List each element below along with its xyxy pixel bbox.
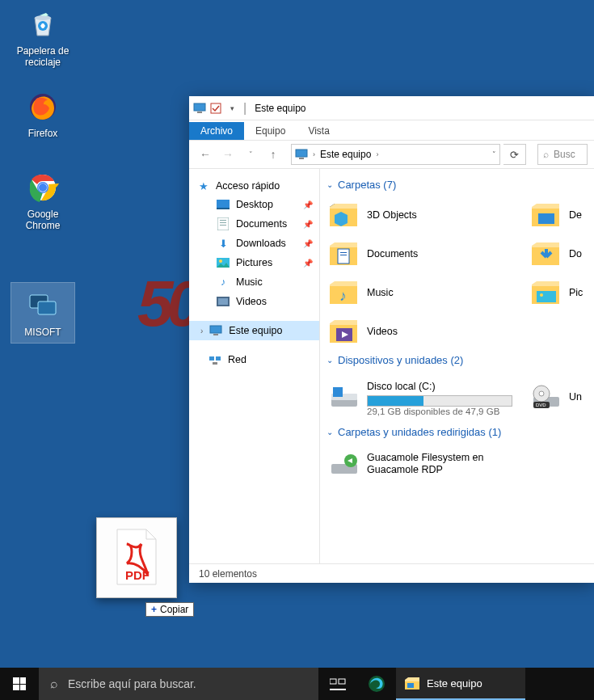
nav-item-downloads[interactable]: ⬇Downloads📌	[189, 234, 319, 253]
nav-network[interactable]: Red	[189, 350, 319, 369]
wallpaper-text: 50	[137, 267, 196, 341]
folder-icon: ♪	[328, 276, 360, 309]
pin-icon: 📌	[303, 259, 313, 268]
nav-up-button[interactable]: ↑	[263, 145, 283, 164]
svg-rect-29	[538, 213, 554, 224]
folder-3d-objects[interactable]: 3D Objects	[325, 196, 527, 234]
content-pane[interactable]: ⌄Carpetas (7) 3D Objects De Documents Do…	[320, 169, 594, 563]
svg-rect-50	[330, 689, 346, 690]
redirected-drive-guacamole[interactable]: Guacamole Filesystem en Guacamole RDP	[325, 443, 527, 485]
folder-label: Documents	[367, 248, 418, 259]
desktop-icon-label: Firefox	[11, 128, 74, 139]
nav-this-pc[interactable]: › Este equipo	[189, 321, 319, 340]
svg-rect-28	[213, 362, 217, 365]
desktop-icon-label: MISOFT	[11, 327, 74, 338]
ribbon-tabs: Archivo Equipo Vista	[189, 120, 594, 140]
ribbon-tab-file[interactable]: Archivo	[189, 122, 244, 140]
folder-music[interactable]: ♪Music	[325, 273, 527, 312]
drive-label: Guacamole Filesystem en Guacamole RDP	[367, 452, 524, 476]
nav-item-music[interactable]: ♪Music	[189, 272, 319, 292]
nav-recent-dropdown[interactable]: ˅	[241, 145, 260, 164]
taskbar-search[interactable]: ⌕ Escribe aquí para buscar.	[39, 668, 318, 700]
folder-label: Music	[367, 287, 394, 298]
address-breadcrumb[interactable]: › Este equipo › ˅	[291, 144, 500, 165]
svg-point-42	[539, 391, 544, 396]
group-header-devices[interactable]: ⌄Dispositivos y unidades (2)	[326, 354, 594, 366]
chevron-right-icon: ›	[200, 327, 203, 335]
chevron-down-icon: ⌄	[326, 356, 333, 365]
chevron-right-icon[interactable]: ›	[313, 150, 315, 158]
nav-item-pictures[interactable]: Pictures📌	[189, 253, 319, 272]
search-input[interactable]: ⌕ Busc	[537, 144, 588, 165]
svg-rect-39	[333, 387, 343, 397]
this-pc-icon	[193, 102, 206, 115]
svg-text:DVD: DVD	[536, 403, 546, 407]
desktop-icon-firefox[interactable]: Firefox	[11, 89, 74, 139]
taskbar-window-explorer[interactable]: Este equipo	[396, 668, 525, 700]
svg-rect-23	[218, 298, 228, 305]
start-button[interactable]	[0, 668, 39, 700]
folder-icon	[328, 199, 360, 231]
desktop-icon-label: Papelera de reciclaje	[11, 45, 74, 68]
svg-rect-13	[299, 158, 304, 159]
folder-icon	[530, 276, 562, 309]
folder-label: Pic	[569, 287, 583, 298]
svg-rect-18	[220, 222, 226, 223]
drive-sublabel: 29,1 GB disponibles de 47,9 GB	[367, 407, 512, 416]
search-placeholder: Busc	[554, 149, 575, 160]
svg-rect-27	[216, 356, 221, 361]
nav-quick-access[interactable]: ★ Acceso rápido	[189, 177, 319, 195]
desktop-icon-chrome[interactable]: Google Chrome	[11, 170, 74, 231]
folder-downloads[interactable]: Do	[527, 234, 583, 273]
folder-pictures[interactable]: Pic	[527, 273, 583, 312]
firefox-icon	[25, 89, 61, 124]
folder-desktop[interactable]: De	[527, 196, 583, 234]
taskbar-window-label: Este equipo	[427, 677, 482, 689]
drag-cursor-tooltip: + Copiar	[145, 602, 194, 617]
drive-dvd[interactable]: DVD Un	[527, 371, 583, 423]
recycle-bin-icon	[25, 6, 61, 42]
svg-rect-16	[217, 217, 229, 230]
nav-item-videos[interactable]: Videos	[189, 292, 319, 311]
qat-properties-icon[interactable]	[209, 102, 222, 115]
nav-item-label: Desktop	[236, 199, 273, 210]
svg-rect-24	[210, 326, 221, 333]
ribbon-tab-computer[interactable]: Equipo	[244, 122, 297, 140]
folder-videos[interactable]: Videos	[325, 312, 527, 351]
ribbon-tab-view[interactable]: Vista	[297, 122, 340, 140]
desktop-icon-recycle-bin[interactable]: Papelera de reciclaje	[11, 6, 74, 68]
drive-local-c[interactable]: Disco local (C:) 29,1 GB disponibles de …	[325, 371, 527, 423]
svg-rect-30	[338, 249, 349, 264]
folder-documents[interactable]: Documents	[325, 234, 527, 273]
svg-rect-48	[330, 679, 336, 684]
title-bar[interactable]: ▾ | Este equipo	[189, 96, 594, 120]
qat-dropdown-icon[interactable]: ▾	[225, 102, 238, 115]
nav-forward-button: →	[218, 145, 238, 164]
desktop-icon	[217, 198, 230, 211]
refresh-button[interactable]: ⟳	[503, 144, 526, 165]
taskbar-pinned-edge[interactable]	[357, 668, 396, 700]
misoft-icon	[25, 288, 61, 323]
breadcrumb-segment[interactable]: Este equipo	[320, 149, 371, 160]
dvd-drive-icon: DVD	[530, 381, 562, 413]
svg-rect-8	[38, 302, 56, 314]
svg-point-21	[219, 259, 222, 263]
nav-item-desktop[interactable]: Desktop📌	[189, 195, 319, 214]
search-placeholder: Escribe aquí para buscar.	[68, 677, 196, 690]
chevron-right-icon[interactable]: ›	[376, 150, 378, 158]
desktop-icon-misoft[interactable]: MISOFT	[11, 283, 74, 343]
nav-item-documents[interactable]: Documents📌	[189, 214, 319, 234]
task-view-button[interactable]	[318, 668, 357, 700]
navigation-pane: ★ Acceso rápido Desktop📌 Documents📌 ⬇Dow…	[189, 169, 320, 563]
nav-item-label: Videos	[236, 296, 267, 307]
address-dropdown-icon[interactable]: ˅	[492, 150, 496, 158]
group-header-redirected[interactable]: ⌄Carpetas y unidades redirigidas (1)	[326, 426, 594, 438]
nav-back-button[interactable]: ←	[196, 145, 215, 164]
group-label: Dispositivos y unidades (2)	[338, 354, 463, 366]
svg-rect-32	[340, 255, 347, 255]
group-header-folders[interactable]: ⌄Carpetas (7)	[326, 179, 594, 191]
folder-icon	[530, 199, 562, 231]
group-label: Carpetas (7)	[338, 179, 396, 191]
chevron-down-icon: ⌄	[326, 428, 333, 436]
group-label: Carpetas y unidades redirigidas (1)	[338, 426, 501, 438]
